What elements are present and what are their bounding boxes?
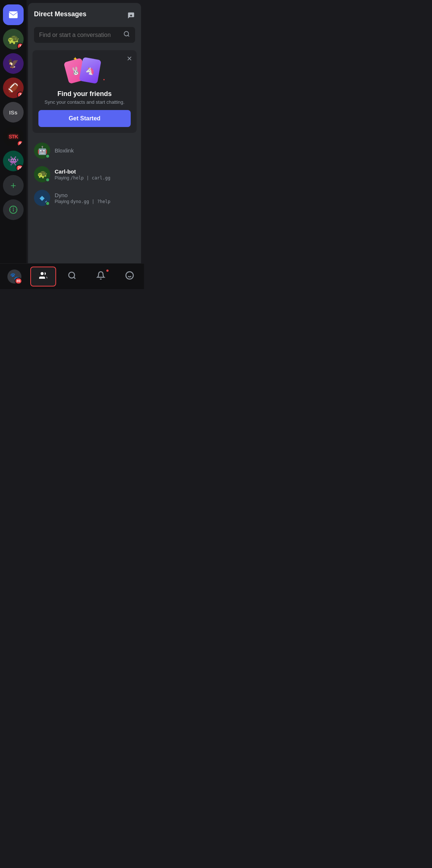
nav-item-search[interactable]	[59, 267, 85, 287]
page-title: Direct Messages	[34, 10, 86, 18]
sidebar-item-dm[interactable]	[3, 4, 24, 25]
bloxlink-online-indicator	[45, 154, 50, 158]
card-close-button[interactable]: ✕	[127, 55, 132, 63]
header-top: Direct Messages	[34, 10, 135, 23]
sidebar-badge-football: 3	[17, 92, 24, 98]
nav-item-emoji[interactable]	[117, 267, 143, 287]
dot-decoration: ●	[103, 78, 105, 81]
bloxlink-name: Bloxlink	[55, 147, 135, 154]
dm-item-carl-bot[interactable]: 🐢 Carl-bot Playing /help | carl.gg	[28, 162, 141, 186]
sidebar-item-discover[interactable]	[3, 199, 24, 220]
dm-item-dyno[interactable]: ◆ ◆ Dyno Playing dyno.gg | ?help	[28, 186, 141, 210]
nav-item-home[interactable]: 🐾 85	[1, 267, 27, 287]
new-dm-button[interactable]	[127, 11, 135, 21]
svg-line-12	[74, 277, 75, 278]
card-illustration: ✦ 🐰 🦄 ●	[38, 56, 131, 86]
bloxlink-avatar-container: 🤖	[34, 143, 50, 159]
bloxlink-info: Bloxlink	[55, 147, 135, 154]
notification-dot	[106, 269, 109, 272]
dm-list: 🤖 Bloxlink 🐢	[28, 136, 141, 263]
nav-item-notifications[interactable]	[88, 267, 114, 287]
card-title: Find your friends	[38, 90, 131, 98]
nav-search-icon	[68, 271, 76, 282]
sidebar-item-warrior-server[interactable]: 🦅	[3, 53, 24, 74]
content-panel: Direct Messages	[28, 3, 141, 263]
card-subtitle: Sync your contacts and start chatting.	[38, 99, 131, 105]
svg-point-10	[41, 272, 44, 275]
search-bar[interactable]	[34, 27, 135, 43]
search-input[interactable]	[39, 32, 120, 38]
sparkle-decoration: ✦	[73, 55, 78, 62]
carlbot-avatar-container: 🐢	[34, 166, 50, 182]
home-badge: 85	[15, 278, 22, 284]
sidebar-item-alien-server[interactable]: 👾 76	[3, 151, 24, 171]
phone-group: ✦ 🐰 🦄 ●	[66, 59, 103, 83]
dyno-info: Dyno Playing dyno.gg | ?help	[55, 192, 135, 204]
dyno-name: Dyno	[55, 192, 135, 198]
svg-point-8	[124, 31, 128, 36]
friends-card: ✕ ✦ 🐰 🦄 ● Find your friends	[32, 50, 137, 133]
carlbot-name: Carl-bot	[55, 168, 135, 175]
sidebar: 🐢 1 🦅 🏈 3 ISs STK 5 👾	[0, 0, 27, 263]
dm-item-bloxlink[interactable]: 🤖 Bloxlink	[28, 139, 141, 162]
sidebar-item-turtle-server[interactable]: 🐢 1	[3, 29, 24, 49]
sidebar-item-football-server[interactable]: 🏈 3	[3, 78, 24, 98]
app-container: 🐢 1 🦅 🏈 3 ISs STK 5 👾	[0, 0, 144, 289]
nav-item-friends[interactable]	[30, 267, 56, 287]
sidebar-badge-turtle: 1	[17, 43, 24, 49]
dyno-online-indicator	[45, 201, 50, 206]
bottom-nav: 🐾 85	[0, 263, 144, 289]
main-area: 🐢 1 🦅 🏈 3 ISs STK 5 👾	[0, 0, 144, 263]
dyno-status: Playing dyno.gg | ?help	[55, 199, 135, 204]
creature-right: 🦄	[79, 57, 102, 84]
sidebar-badge-alien: 76	[16, 165, 24, 171]
bell-icon	[96, 271, 105, 282]
carlbot-status: Playing /help | carl.gg	[55, 175, 135, 181]
dyno-avatar-container: ◆ ◆	[34, 190, 50, 206]
friends-icon	[39, 271, 48, 282]
carlbot-online-indicator	[45, 178, 50, 182]
sidebar-item-stk-server[interactable]: STK 5	[3, 126, 24, 147]
emoji-icon	[125, 271, 134, 282]
get-started-button[interactable]: Get Started	[38, 110, 131, 127]
sidebar-badge-stk: 5	[17, 140, 24, 147]
sidebar-item-add-server[interactable]: +	[3, 175, 24, 196]
svg-point-1	[13, 208, 14, 209]
svg-line-9	[128, 35, 129, 36]
svg-point-11	[69, 272, 75, 278]
search-icon	[123, 31, 130, 39]
carlbot-info: Carl-bot Playing /help | carl.gg	[55, 168, 135, 181]
svg-point-13	[126, 272, 133, 279]
stk-label: STK	[9, 134, 18, 140]
panel-header: Direct Messages	[28, 3, 141, 47]
nav-home-avatar: 🐾 85	[7, 270, 21, 284]
sidebar-item-iss-server[interactable]: ISs	[3, 102, 24, 123]
